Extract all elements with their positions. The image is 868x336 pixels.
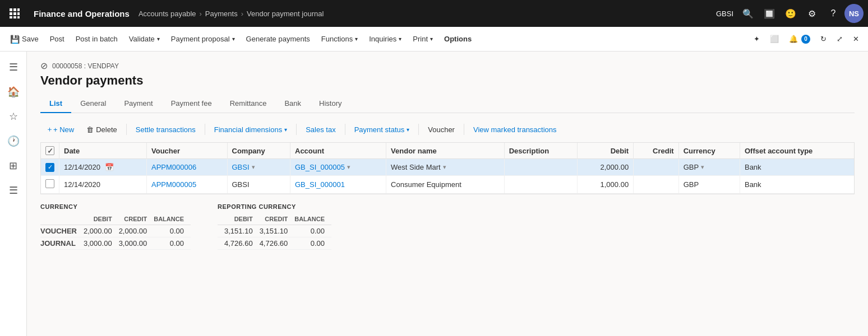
col-debit: Debit bbox=[578, 143, 634, 159]
toolbar-separator-4 bbox=[345, 124, 345, 135]
settle-transactions-button[interactable]: Settle transactions bbox=[130, 123, 201, 136]
row1-account-value[interactable]: GB_SI_000005 bbox=[295, 163, 345, 171]
tab-remittance[interactable]: Remittance bbox=[221, 95, 276, 113]
sales-tax-button[interactable]: Sales tax bbox=[300, 123, 341, 136]
row1-company: GBSI ▾ bbox=[227, 159, 290, 176]
row1-vendor-dropdown-arrow[interactable]: ▾ bbox=[443, 164, 446, 171]
toolbar-separator-1 bbox=[126, 124, 127, 135]
open-external-button[interactable]: ⤢ bbox=[832, 27, 847, 52]
row1-currency-dropdown-arrow[interactable]: ▾ bbox=[701, 164, 704, 171]
payment-proposal-button[interactable]: Payment proposal ▾ bbox=[165, 27, 241, 52]
row1-company-value[interactable]: GBSI bbox=[232, 163, 250, 171]
row2-offset-account-type: Bank bbox=[740, 175, 854, 193]
validate-dropdown-arrow: ▾ bbox=[157, 36, 160, 42]
tab-payment-fee[interactable]: Payment fee bbox=[162, 95, 221, 113]
row1-vendor-name: West Side Mart ▾ bbox=[386, 159, 505, 176]
currency-summary-label: CURRENCY bbox=[40, 203, 191, 210]
row2-account-link[interactable]: GB_SI_000001 bbox=[295, 180, 345, 189]
post-button[interactable]: Post bbox=[44, 27, 70, 52]
svg-rect-2 bbox=[17, 8, 20, 11]
delete-icon: 🗑 bbox=[86, 125, 94, 134]
row2-voucher-link[interactable]: APPM000005 bbox=[151, 180, 196, 189]
select-all-checkbox[interactable]: ✓ bbox=[45, 146, 54, 155]
row2-account: GB_SI_000001 bbox=[290, 175, 386, 193]
col-vendor-name: Vendor name bbox=[386, 143, 505, 159]
sum-journal-balance: 0.00 bbox=[154, 237, 191, 249]
row2-checkbox-cell[interactable] bbox=[41, 175, 59, 193]
options-button[interactable]: Options bbox=[438, 27, 477, 52]
post-in-batch-button[interactable]: Post in batch bbox=[70, 27, 123, 52]
row1-checkbox[interactable]: ✓ bbox=[45, 163, 54, 172]
breadcrumb-payments[interactable]: Payments bbox=[205, 10, 238, 18]
inquiries-button[interactable]: Inquiries ▾ bbox=[363, 27, 407, 52]
col-select-all[interactable]: ✓ bbox=[41, 143, 59, 159]
filter-icon-button[interactable]: ⊘ bbox=[40, 60, 48, 71]
sum-col-credit: CREDIT bbox=[119, 214, 154, 225]
refresh-button[interactable]: ↻ bbox=[816, 27, 831, 52]
col-account: Account bbox=[290, 143, 386, 159]
tab-payment[interactable]: Payment bbox=[115, 95, 161, 113]
reporting-currency-summary: REPORTING CURRENCY DEBIT CREDIT BALANCE bbox=[218, 203, 331, 250]
open-in-new-button[interactable]: ⬜ bbox=[765, 27, 783, 52]
rep-journal-credit: 4,726.60 bbox=[260, 237, 295, 249]
row2-description bbox=[504, 175, 578, 193]
rep-col-credit: CREDIT bbox=[260, 214, 295, 225]
tab-list[interactable]: List bbox=[40, 95, 71, 113]
notifications-badge-button[interactable]: 🔔 0 bbox=[784, 27, 815, 52]
table-row[interactable]: ✓ 12/14/2020 📅 APPM000006 GBSI ▾ bbox=[41, 159, 854, 176]
rep-journal-debit: 4,726.60 bbox=[224, 237, 260, 249]
new-button[interactable]: ＋ + New bbox=[40, 122, 80, 137]
save-button[interactable]: 💾 Save bbox=[4, 27, 44, 52]
emoji-icon-btn[interactable]: 🙂 bbox=[781, 3, 801, 24]
row1-checkbox-cell[interactable]: ✓ bbox=[41, 159, 59, 176]
rep-col-balance: BALANCE bbox=[294, 214, 331, 225]
row1-company-dropdown-arrow[interactable]: ▾ bbox=[252, 164, 255, 171]
row2-checkbox[interactable] bbox=[45, 179, 54, 188]
toolbar-separator-3 bbox=[296, 124, 297, 135]
validate-button[interactable]: Validate ▾ bbox=[123, 27, 165, 52]
functions-button[interactable]: Functions ▾ bbox=[316, 27, 363, 52]
sum-voucher-label: VOUCHER bbox=[40, 225, 84, 237]
app-title: Finance and Operations bbox=[27, 9, 136, 18]
currency-summary: CURRENCY DEBIT CREDIT BALANCE bbox=[40, 203, 191, 250]
svg-rect-0 bbox=[10, 8, 12, 11]
view-marked-button[interactable]: View marked transactions bbox=[468, 123, 562, 136]
app-grid-button[interactable] bbox=[4, 3, 25, 24]
svg-rect-3 bbox=[10, 12, 12, 15]
financial-dimensions-button[interactable]: Financial dimensions ▾ bbox=[209, 123, 293, 136]
sidebar-workspaces-button[interactable]: ⊞ bbox=[2, 155, 25, 177]
sum-col-debit: DEBIT bbox=[84, 214, 119, 225]
sidebar-home-button[interactable]: 🏠 bbox=[2, 81, 25, 103]
svg-rect-4 bbox=[13, 12, 16, 15]
sidebar-favorites-button[interactable]: ☆ bbox=[2, 105, 25, 128]
help-icon-btn[interactable]: ? bbox=[823, 3, 843, 24]
close-button[interactable]: ✕ bbox=[848, 27, 864, 52]
tab-general[interactable]: General bbox=[71, 95, 115, 113]
tab-bank[interactable]: Bank bbox=[275, 95, 310, 113]
payment-status-button[interactable]: Payment status ▾ bbox=[349, 123, 415, 136]
calendar-icon-1[interactable]: 📅 bbox=[105, 163, 114, 171]
svg-rect-5 bbox=[17, 12, 20, 15]
plus-icon: ＋ bbox=[46, 124, 53, 134]
sidebar-menu-button[interactable]: ☰ bbox=[2, 56, 25, 78]
tab-history[interactable]: History bbox=[310, 95, 350, 113]
settings-icon-btn[interactable]: ⚙ bbox=[802, 3, 822, 24]
voucher-button[interactable]: Voucher bbox=[422, 123, 460, 136]
user-avatar[interactable]: NS bbox=[844, 4, 864, 23]
sidebar-recent-button[interactable]: 🕐 bbox=[2, 130, 25, 152]
delete-button[interactable]: 🗑 Delete bbox=[81, 123, 123, 136]
summary-section: CURRENCY DEBIT CREDIT BALANCE bbox=[40, 203, 855, 250]
row1-debit: 2,000.00 bbox=[578, 159, 634, 176]
sidebar-list-button[interactable]: ☰ bbox=[2, 179, 25, 202]
reporting-currency-label: REPORTING CURRENCY bbox=[218, 203, 331, 210]
notifications-icon-btn[interactable]: 🔲 bbox=[759, 3, 779, 24]
generate-payments-button[interactable]: Generate payments bbox=[241, 27, 316, 52]
row1-account-dropdown-arrow[interactable]: ▾ bbox=[347, 164, 350, 171]
print-button[interactable]: Print ▾ bbox=[407, 27, 438, 52]
row1-voucher-link[interactable]: APPM000006 bbox=[151, 163, 196, 171]
sum-journal-debit: 3,000.00 bbox=[84, 237, 119, 249]
personalize-button[interactable]: ✦ bbox=[749, 27, 764, 52]
table-row[interactable]: 12/14/2020 APPM000005 GBSI GB_SI_000001 … bbox=[41, 175, 854, 193]
breadcrumb-accounts-payable[interactable]: Accounts payable bbox=[138, 10, 196, 18]
search-icon-btn[interactable]: 🔍 bbox=[738, 3, 758, 24]
